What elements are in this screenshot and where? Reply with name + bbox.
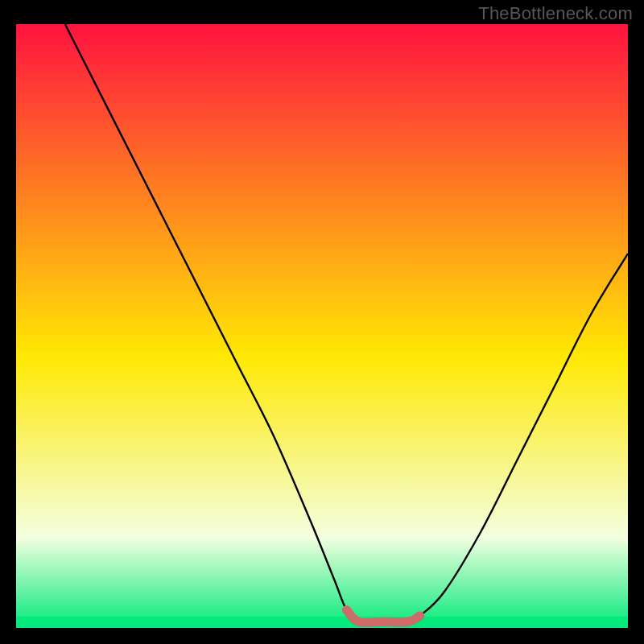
plot-area (16, 24, 628, 628)
chart-frame: TheBottleneck.com (0, 0, 644, 644)
green-band (16, 617, 628, 628)
gradient-background (16, 24, 628, 628)
chart-svg (16, 24, 628, 628)
watermark-text: TheBottleneck.com (478, 3, 633, 24)
